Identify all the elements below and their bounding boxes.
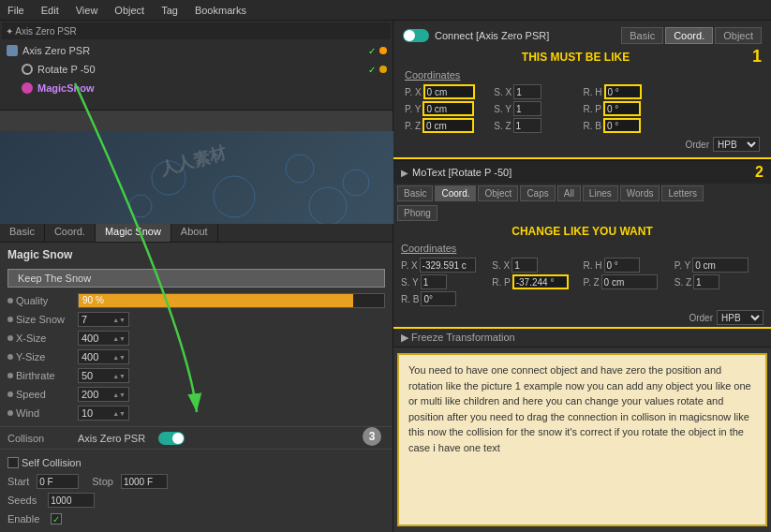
tab-basic[interactable]: Basic xyxy=(0,222,45,242)
keep-snow-btn[interactable]: Keep The Snow xyxy=(7,269,385,288)
coord2-grid: P. X S. X R. H P. Y S. Y xyxy=(393,256,771,308)
coord1-sy-input[interactable] xyxy=(513,101,541,116)
mtab-phong[interactable]: Phong xyxy=(397,205,437,221)
xsize-input[interactable]: 400 ▲▼ xyxy=(78,331,129,346)
mtab-coord[interactable]: Coord. xyxy=(435,185,476,201)
quality-slider-track[interactable]: 90 % xyxy=(78,293,385,308)
enable-row: Enable ✓ xyxy=(7,510,385,528)
coord1-py-input[interactable] xyxy=(423,101,474,116)
mtab-letters[interactable]: Letters xyxy=(661,185,704,201)
start-input[interactable]: 0 F xyxy=(37,474,79,489)
collision-label: Collison xyxy=(7,433,78,444)
coord2-sx-input[interactable] xyxy=(512,258,538,273)
mtab-object[interactable]: Object xyxy=(478,185,518,201)
mtab-basic[interactable]: Basic xyxy=(397,185,433,201)
quality-slider-container[interactable]: 90 % xyxy=(78,293,385,308)
stop-input[interactable]: 1000 F xyxy=(121,474,168,489)
tree-item-axis[interactable]: Axis Zero PSR ✓ xyxy=(2,41,391,60)
birthrate-spin[interactable]: ▲▼ xyxy=(112,373,126,379)
wind-dot xyxy=(7,410,13,416)
motext-tabs: Basic Coord. Object Caps All Lines Words… xyxy=(393,184,771,203)
seeds-row: Seeds 1000 xyxy=(7,491,385,510)
size-snow-label: Size Snow xyxy=(7,314,78,325)
rtab-coord[interactable]: Coord. xyxy=(665,27,713,44)
menu-object[interactable]: Object xyxy=(111,3,148,18)
coord2-rh-input[interactable] xyxy=(604,258,640,273)
toggle-knob xyxy=(172,433,184,444)
size-snow-input[interactable]: 7 ▲▼ xyxy=(78,312,129,327)
tab-about[interactable]: About xyxy=(171,222,218,242)
tree-item-rotate[interactable]: Rotate P -50 ✓ xyxy=(17,60,391,79)
menu-bookmarks[interactable]: Bookmarks xyxy=(191,3,250,18)
order2-row: Order HPB xyxy=(393,308,771,327)
coord2-sz-input[interactable] xyxy=(693,274,719,289)
quality-slider-fill xyxy=(79,294,353,307)
coord2-rp-input[interactable] xyxy=(512,274,569,289)
tree-toolbar: ✦ Axis Zero PSR xyxy=(2,22,391,39)
order2-select[interactable]: HPB xyxy=(717,310,764,325)
coord1-rp-input[interactable] xyxy=(603,101,641,116)
stop-label: Stop xyxy=(92,476,113,487)
self-collision-box[interactable] xyxy=(7,457,19,468)
mtab-words[interactable]: Words xyxy=(620,185,660,201)
coord2-sy-input[interactable] xyxy=(421,274,447,289)
ysize-input[interactable]: 400 ▲▼ xyxy=(78,349,129,364)
prop-tabs: Basic Coord. Magic Snow About xyxy=(0,222,393,243)
right-panel: Connect [Axis Zero PSR] Basic Coord. Obj… xyxy=(393,21,771,532)
coord2-pz-input[interactable] xyxy=(601,274,658,289)
motext-title: MoText [Rotate P -50] xyxy=(412,167,512,178)
left-panel: ✦ Axis Zero PSR Axis Zero PSR ✓ Rotate P… xyxy=(0,21,393,532)
expand-icon: ▶ xyxy=(401,168,408,178)
coord1-sz-input[interactable] xyxy=(513,118,541,133)
collision-toggle[interactable] xyxy=(158,432,185,445)
wind-spin[interactable]: ▲▼ xyxy=(112,410,126,417)
size-snow-row: Size Snow 7 ▲▼ xyxy=(0,310,393,329)
connect-section: Connect [Axis Zero PSR] Basic Coord. Obj… xyxy=(393,21,771,159)
order1-row: Order HPB xyxy=(397,135,767,154)
coord1-pz-input[interactable] xyxy=(423,118,474,133)
menu-file[interactable]: File xyxy=(4,3,28,18)
spin-arrows[interactable]: ▲▼ xyxy=(112,317,126,323)
start-stop-row: Start 0 F Stop 1000 F xyxy=(7,472,385,491)
coord1-px-input[interactable] xyxy=(423,84,475,99)
rtab-basic[interactable]: Basic xyxy=(621,27,663,44)
tree-item-magic[interactable]: MagicSnow xyxy=(17,79,391,97)
coord1-rb-input[interactable] xyxy=(603,118,641,133)
tab-magic-snow[interactable]: Magic Snow xyxy=(96,222,171,242)
wind-input[interactable]: 10 ▲▼ xyxy=(78,406,129,421)
speed-input[interactable]: 200 ▲▼ xyxy=(78,387,129,402)
self-collision-check[interactable]: Self Collision xyxy=(7,457,82,468)
menu-view[interactable]: View xyxy=(72,3,102,18)
speed-spin[interactable]: ▲▼ xyxy=(112,392,126,398)
tag-dot xyxy=(379,47,387,54)
coord2-px-input[interactable] xyxy=(420,258,476,273)
self-collision-label: Self Collision xyxy=(22,457,82,468)
order1-select[interactable]: HPB xyxy=(713,137,760,152)
coord1-rb-cell: R. B xyxy=(584,118,671,133)
coord2-py-input[interactable] xyxy=(692,258,749,273)
coord1-rh-input[interactable] xyxy=(604,84,642,99)
coord1-rp-cell: R. P xyxy=(584,101,671,116)
coord2-rb-input[interactable] xyxy=(421,291,456,306)
coord2-label: Coordinates xyxy=(393,240,771,256)
enable-box[interactable]: ✓ xyxy=(51,513,62,525)
menu-edit[interactable]: Edit xyxy=(37,3,63,18)
rtab-object[interactable]: Object xyxy=(715,27,762,44)
start-label: Start xyxy=(7,476,29,487)
mtab-all[interactable]: All xyxy=(557,185,581,201)
menu-tag[interactable]: Tag xyxy=(157,3,182,18)
seeds-input[interactable]: 1000 xyxy=(48,493,95,508)
birthrate-input[interactable]: 50 ▲▼ xyxy=(78,368,129,383)
ysize-spin[interactable]: ▲▼ xyxy=(112,354,126,361)
xsize-spin[interactable]: ▲▼ xyxy=(112,335,126,342)
enable-check[interactable]: ✓ xyxy=(51,513,62,525)
coord1-sx-input[interactable] xyxy=(513,84,541,99)
mtab-lines[interactable]: Lines xyxy=(583,185,618,201)
birthrate-dot xyxy=(7,373,13,378)
change-like: CHANGE LIKE YOU WANT xyxy=(393,223,771,240)
rotate-icon xyxy=(21,63,34,76)
connect-toggle[interactable] xyxy=(403,29,429,42)
tab-coord[interactable]: Coord. xyxy=(45,222,96,242)
mtab-caps[interactable]: Caps xyxy=(520,185,555,201)
scene-tree: ✦ Axis Zero PSR Axis Zero PSR ✓ Rotate P… xyxy=(0,21,393,111)
